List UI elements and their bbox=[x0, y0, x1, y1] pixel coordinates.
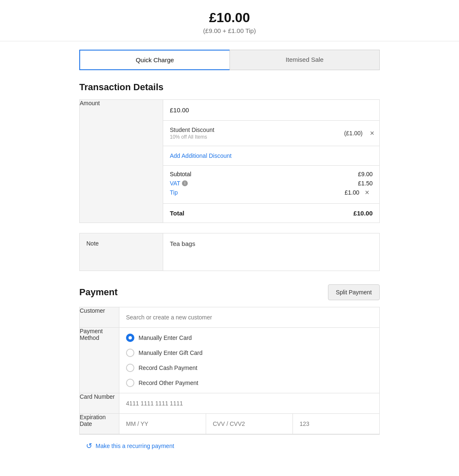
note-table: Note Tea bags bbox=[79, 233, 380, 271]
note-row: Note Tea bags bbox=[80, 233, 380, 271]
amount-value: £10.00 bbox=[163, 100, 379, 121]
discount-section: Student Discount 10% off All Items (£1.0… bbox=[163, 121, 379, 146]
discount-amount: (£1.00) bbox=[344, 130, 363, 137]
card-number-label: Card Number bbox=[80, 393, 119, 414]
amount-breakdown: (£9.00 + £1.00 Tip) bbox=[0, 27, 459, 34]
radio-manually-enter-gift-card-circle bbox=[126, 349, 134, 357]
expiration-value-cell bbox=[119, 414, 380, 434]
discount-name: Student Discount bbox=[170, 127, 363, 133]
total-value: £10.00 bbox=[353, 210, 373, 217]
cvv-input[interactable] bbox=[206, 414, 293, 434]
total-amount: £10.00 bbox=[0, 10, 459, 25]
card-number-input[interactable] bbox=[119, 393, 379, 413]
expiry-inputs bbox=[119, 414, 379, 434]
card-number-cell bbox=[119, 393, 380, 414]
payment-method-label: Payment Method bbox=[80, 328, 119, 393]
customer-input[interactable] bbox=[119, 307, 379, 327]
main-content: Transaction Details Amount £10.00 Studen… bbox=[79, 70, 380, 474]
radio-record-other-payment-label: Record Other Payment bbox=[139, 380, 198, 386]
vat-info-icon[interactable]: i bbox=[182, 180, 188, 186]
radio-manually-enter-card-label: Manually Enter Card bbox=[139, 334, 192, 341]
transaction-section-title: Transaction Details bbox=[79, 82, 380, 93]
card-number-row: Card Number bbox=[80, 393, 380, 414]
subtotal-label: Subtotal bbox=[170, 171, 191, 177]
note-label: Note bbox=[80, 233, 163, 271]
page-header: £10.00 (£9.00 + £1.00 Tip) bbox=[0, 0, 459, 41]
total-row: Total £10.00 bbox=[163, 204, 379, 223]
payment-methods-cell: Manually Enter Card Manually Enter Gift … bbox=[119, 328, 380, 393]
recurring-icon: ↺ bbox=[86, 441, 92, 451]
vat-value: £1.50 bbox=[358, 180, 373, 187]
note-value: Tea bags bbox=[163, 233, 380, 271]
tip-row: Tip £1.00 × bbox=[170, 189, 373, 196]
radio-manually-enter-gift-card[interactable]: Manually Enter Gift Card bbox=[126, 349, 373, 357]
tab-quick-charge[interactable]: Quick Charge bbox=[79, 50, 230, 70]
subtotal-value: £9.00 bbox=[358, 171, 373, 177]
remove-tip-button[interactable]: × bbox=[365, 188, 369, 197]
vat-label: VAT i bbox=[170, 180, 188, 187]
add-discount-row: Add Additional Discount bbox=[163, 146, 379, 166]
radio-record-cash-payment-label: Record Cash Payment bbox=[139, 365, 197, 371]
payment-table: Customer Payment Method Manually Enter C… bbox=[79, 307, 380, 434]
customer-value-cell bbox=[119, 307, 380, 328]
radio-record-other-payment-circle bbox=[126, 379, 134, 387]
tab-bar: Quick Charge Itemised Sale bbox=[79, 50, 380, 70]
radio-manually-enter-card[interactable]: Manually Enter Card bbox=[126, 334, 373, 342]
payment-method-row: Payment Method Manually Enter Card Manua… bbox=[80, 328, 380, 393]
expiration-label: Expiration Date bbox=[80, 414, 119, 434]
radio-record-cash-payment[interactable]: Record Cash Payment bbox=[126, 364, 373, 372]
customer-row: Customer bbox=[80, 307, 380, 328]
radio-manually-enter-gift-card-label: Manually Enter Gift Card bbox=[139, 349, 202, 356]
cvv2-input[interactable] bbox=[293, 414, 379, 434]
amount-value-cell: £10.00 Student Discount 10% off All Item… bbox=[163, 100, 380, 223]
payment-section-title: Payment bbox=[79, 287, 118, 298]
radio-record-cash-payment-circle bbox=[126, 364, 134, 372]
radio-record-other-payment[interactable]: Record Other Payment bbox=[126, 379, 373, 387]
expiration-row: Expiration Date bbox=[80, 414, 380, 434]
expiry-input[interactable] bbox=[119, 414, 206, 434]
discount-sub: 10% off All Items bbox=[170, 134, 363, 140]
split-payment-button[interactable]: Split Payment bbox=[328, 284, 380, 300]
total-label: Total bbox=[170, 210, 184, 217]
amount-label: Amount bbox=[80, 100, 163, 223]
recurring-row: ↺ Make this a recurring payment bbox=[79, 434, 380, 457]
add-discount-link[interactable]: Add Additional Discount bbox=[170, 152, 232, 159]
tip-label: Tip bbox=[170, 189, 178, 196]
payment-methods-list: Manually Enter Card Manually Enter Gift … bbox=[119, 328, 379, 393]
tip-value: £1.00 bbox=[345, 189, 359, 196]
transaction-details-table: Amount £10.00 Student Discount 10% off A… bbox=[79, 99, 380, 223]
vat-row: VAT i £1.50 bbox=[170, 180, 373, 187]
radio-manually-enter-card-circle bbox=[126, 334, 134, 342]
customer-label: Customer bbox=[80, 307, 119, 328]
recurring-link[interactable]: Make this a recurring payment bbox=[96, 443, 174, 449]
remove-discount-button[interactable]: × bbox=[368, 128, 376, 139]
amount-row: Amount £10.00 Student Discount 10% off A… bbox=[80, 100, 380, 223]
tab-itemised-sale[interactable]: Itemised Sale bbox=[230, 50, 380, 70]
subtotal-row: Subtotal £9.00 bbox=[170, 171, 373, 177]
totals-section: Subtotal £9.00 VAT i £1.50 Tip £1.00 × bbox=[163, 166, 379, 204]
payment-header: Payment Split Payment bbox=[79, 284, 380, 300]
